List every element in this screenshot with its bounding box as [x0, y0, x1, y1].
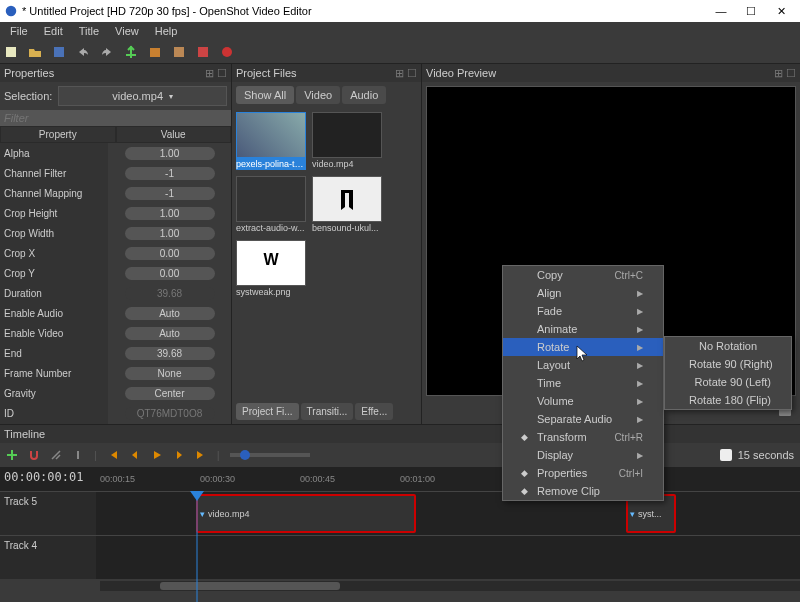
context-menu-item[interactable]: CopyCtrl+C	[503, 266, 663, 284]
profile-icon[interactable]	[172, 45, 186, 59]
import-files-icon[interactable]	[148, 45, 162, 59]
next-frame-icon[interactable]	[173, 449, 185, 461]
redo-icon[interactable]	[100, 45, 114, 59]
maximize-button[interactable]: ☐	[736, 1, 766, 21]
prev-frame-icon[interactable]	[129, 449, 141, 461]
jump-end-icon[interactable]	[195, 449, 207, 461]
track-header[interactable]: Track 5	[0, 492, 96, 535]
razor-icon[interactable]	[50, 449, 62, 461]
project-files-header: Project Files	[236, 67, 297, 79]
save-project-icon[interactable]	[52, 45, 66, 59]
context-menu-item[interactable]: Separate Audio▶	[503, 410, 663, 428]
tab-transitions[interactable]: Transiti...	[301, 403, 354, 420]
tab-project-files[interactable]: Project Fi...	[236, 403, 299, 420]
property-value[interactable]: Auto	[125, 307, 215, 320]
submenu-label: Rotate 90 (Left)	[695, 376, 771, 388]
submenu-arrow-icon: ▶	[637, 361, 643, 370]
file-name: video.mp4	[312, 158, 382, 170]
context-menu-item[interactable]: Fade▶	[503, 302, 663, 320]
app-icon	[4, 4, 18, 18]
context-menu-item[interactable]: Volume▶	[503, 392, 663, 410]
menu-item-label: Properties	[537, 467, 587, 479]
property-value: -1	[125, 187, 215, 200]
timeline-ruler[interactable]: 00:00:00:01 00:00:15 00:00:30 00:00:45 0…	[0, 467, 800, 491]
menu-file[interactable]: File	[4, 24, 34, 38]
submenu-item[interactable]: No Rotation	[665, 337, 791, 355]
file-thumbnail[interactable]: pexels-polina-ta...	[236, 112, 306, 170]
jump-start-icon[interactable]	[107, 449, 119, 461]
snap-checkbox[interactable]	[720, 449, 732, 461]
tab-video[interactable]: Video	[296, 86, 340, 104]
tab-effects[interactable]: Effe...	[355, 403, 393, 420]
tab-show-all[interactable]: Show All	[236, 86, 294, 104]
file-thumbnail[interactable]: video.mp4	[312, 112, 382, 170]
property-name: Frame Number	[0, 363, 108, 383]
marker-icon[interactable]	[72, 449, 84, 461]
context-menu-item[interactable]: Display▶	[503, 446, 663, 464]
menu-view[interactable]: View	[109, 24, 145, 38]
property-value[interactable]: 1.00	[125, 147, 215, 160]
close-button[interactable]: ✕	[766, 1, 796, 21]
timeline-clip[interactable]: ▾video.mp4	[196, 494, 416, 533]
menu-item-label: Rotate	[537, 341, 569, 353]
panel-dock-icon[interactable]: ⊞ ☐	[395, 67, 417, 80]
undo-icon[interactable]	[76, 45, 90, 59]
property-value[interactable]: 39.68	[125, 347, 215, 360]
property-value[interactable]: 0.00	[125, 267, 215, 280]
property-value[interactable]: None	[125, 367, 215, 380]
menu-edit[interactable]: Edit	[38, 24, 69, 38]
new-project-icon[interactable]	[4, 45, 18, 59]
project-files-panel: Project Files⊞ ☐ Show All Video Audio pe…	[232, 64, 422, 424]
track-header[interactable]: Track 4	[0, 536, 96, 579]
property-name: Enable Video	[0, 323, 108, 343]
submenu-item[interactable]: Rotate 90 (Left)	[665, 373, 791, 391]
timecode-display: 00:00:00:01	[4, 470, 83, 484]
menu-help[interactable]: Help	[149, 24, 184, 38]
clip-context-menu: CopyCtrl+CAlign▶Fade▶Animate▶Rotate▶Layo…	[502, 265, 664, 501]
svg-point-8	[222, 47, 232, 57]
minimize-button[interactable]: —	[706, 1, 736, 21]
menubar: File Edit Title View Help	[0, 22, 800, 40]
property-value[interactable]: 1.00	[125, 227, 215, 240]
context-menu-item[interactable]: ◆Remove Clip	[503, 482, 663, 500]
fullscreen-icon[interactable]	[196, 45, 210, 59]
file-thumbnail[interactable]: extract-audio-w...	[236, 176, 306, 234]
tab-audio[interactable]: Audio	[342, 86, 386, 104]
context-menu-item[interactable]: Align▶	[503, 284, 663, 302]
timeline-track[interactable]: Track 5▾video.mp4▾syst...	[0, 491, 800, 535]
property-name: Gravity	[0, 383, 108, 403]
property-value[interactable]: 1.00	[125, 207, 215, 220]
selection-label: Selection:	[4, 90, 52, 102]
property-value[interactable]: Center	[125, 387, 215, 400]
file-thumbnail[interactable]: bensound-ukul...	[312, 176, 382, 234]
panel-dock-icon[interactable]: ⊞ ☐	[205, 67, 227, 80]
submenu-item[interactable]: Rotate 180 (Flip)	[665, 391, 791, 409]
selection-value: video.mp4	[112, 90, 163, 102]
property-filter-input[interactable]	[4, 112, 227, 124]
snap-icon[interactable]	[28, 449, 40, 461]
import-icon[interactable]	[124, 45, 138, 59]
property-name: Crop Height	[0, 203, 108, 223]
play-icon[interactable]	[151, 449, 163, 461]
add-track-icon[interactable]	[6, 449, 18, 461]
context-menu-item[interactable]: ◆PropertiesCtrl+I	[503, 464, 663, 482]
context-menu-item[interactable]: Time▶	[503, 374, 663, 392]
timeline-scrollbar[interactable]	[100, 581, 800, 591]
submenu-item[interactable]: Rotate 90 (Right)	[665, 355, 791, 373]
submenu-arrow-icon: ▶	[637, 343, 643, 352]
menu-item-label: Layout	[537, 359, 570, 371]
timeline-track[interactable]: Track 4	[0, 535, 800, 579]
open-project-icon[interactable]	[28, 45, 42, 59]
context-menu-item[interactable]: Animate▶	[503, 320, 663, 338]
property-value[interactable]: 0.00	[125, 247, 215, 260]
menu-title[interactable]: Title	[73, 24, 105, 38]
property-name: End	[0, 343, 108, 363]
zoom-slider[interactable]	[230, 453, 310, 457]
export-icon[interactable]	[220, 45, 234, 59]
ruler-tick: 00:00:15	[100, 474, 200, 484]
property-value[interactable]: Auto	[125, 327, 215, 340]
file-thumbnail[interactable]: Wsystweak.png	[236, 240, 306, 298]
selection-dropdown[interactable]: video.mp4 ▾	[58, 86, 227, 106]
panel-dock-icon[interactable]: ⊞ ☐	[774, 67, 796, 80]
context-menu-item[interactable]: ◆TransformCtrl+R	[503, 428, 663, 446]
